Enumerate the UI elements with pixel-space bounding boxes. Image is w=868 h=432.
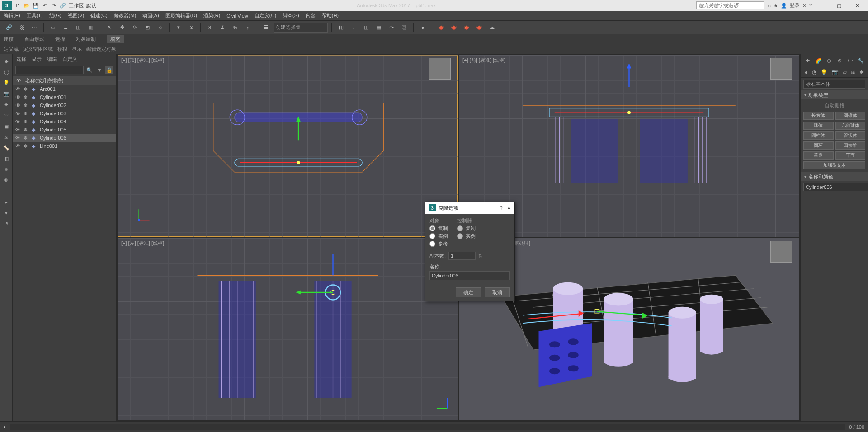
filter-cameras-icon[interactable]: 📷 bbox=[1, 89, 11, 99]
hierarchy-tab-icon[interactable]: ◵ bbox=[825, 56, 833, 65]
utilities-tab-icon[interactable]: 🔧 bbox=[857, 56, 865, 65]
visibility-icon[interactable]: 👁 bbox=[15, 94, 22, 100]
visibility-icon[interactable]: 👁 bbox=[15, 135, 22, 141]
name-color-rollout[interactable]: 名称和颜色 bbox=[801, 172, 868, 181]
menu-rendering[interactable]: 渲染(R) bbox=[203, 12, 220, 19]
select-link-icon[interactable]: 🔗 bbox=[4, 22, 14, 33]
curve-editor-icon[interactable]: 〜 bbox=[386, 22, 397, 33]
dialog-close-icon[interactable]: × bbox=[507, 204, 511, 211]
render-setup-icon[interactable]: 🫖 bbox=[436, 22, 447, 33]
time-slider[interactable]: ▸ 0 / 100 bbox=[0, 421, 868, 432]
scene-item[interactable]: 👁❄◆Arc001 bbox=[13, 85, 116, 93]
scene-lock-icon[interactable]: 🔒 bbox=[105, 66, 113, 74]
visibility-icon[interactable]: 👁 bbox=[15, 119, 22, 124]
freeze-icon[interactable]: ❄ bbox=[24, 86, 30, 92]
menu-views[interactable]: 视图(V) bbox=[68, 12, 85, 19]
scene-item[interactable]: 👁❄◆Cylinder006 bbox=[13, 134, 116, 142]
unlink-icon[interactable]: ⛓ bbox=[16, 22, 27, 33]
geometry-icon[interactable]: ● bbox=[805, 69, 808, 75]
menu-civil[interactable]: Civil View bbox=[226, 13, 248, 19]
primitive-button[interactable]: 长方体 bbox=[803, 112, 834, 120]
motion-tab-icon[interactable]: ⊚ bbox=[835, 56, 844, 65]
filter-frozen-icon[interactable]: ❄ bbox=[1, 164, 11, 174]
modify-tab-icon[interactable]: 🌈 bbox=[814, 56, 822, 65]
maximize-button[interactable]: ▢ bbox=[830, 3, 848, 9]
expand-all-icon[interactable]: ▸ bbox=[1, 197, 11, 207]
mirror-icon[interactable]: ▮▯ bbox=[335, 22, 346, 33]
scene-tab-edit[interactable]: 编辑 bbox=[47, 56, 57, 63]
systems-icon[interactable]: ✱ bbox=[859, 69, 864, 75]
primitive-button[interactable]: 球体 bbox=[803, 122, 834, 130]
freeze-icon[interactable]: ❄ bbox=[24, 143, 30, 149]
selection-set-dropdown[interactable]: 创建选择集 bbox=[274, 23, 328, 33]
new-icon[interactable]: 🗋 bbox=[14, 1, 22, 9]
primitive-button[interactable]: 圆锥体 bbox=[835, 112, 866, 120]
scene-tab-custom[interactable]: 自定义 bbox=[62, 56, 77, 63]
redo-icon[interactable]: ↷ bbox=[50, 1, 58, 9]
menu-graph[interactable]: 图形编辑器(D) bbox=[165, 12, 197, 19]
render-in-cloud-icon[interactable]: ☁ bbox=[486, 22, 497, 33]
window-crossing-icon[interactable]: ▥ bbox=[85, 22, 96, 33]
freeze-icon[interactable]: ❄ bbox=[24, 94, 30, 100]
rotate-icon[interactable]: ⟳ bbox=[129, 22, 140, 33]
filter-hidden-icon[interactable]: 👁 bbox=[1, 175, 11, 185]
menu-tools[interactable]: 工具(T) bbox=[27, 12, 43, 19]
ribbon-selection[interactable]: 选择 bbox=[55, 36, 65, 42]
toggle-ribbon-icon[interactable]: ▤ bbox=[373, 22, 384, 33]
menu-group[interactable]: 组(G) bbox=[49, 12, 61, 19]
placement-icon[interactable]: ⎋ bbox=[155, 22, 165, 33]
scene-item[interactable]: 👁❄◆Cylinder005 bbox=[13, 126, 116, 134]
copies-spinner[interactable] bbox=[448, 252, 476, 260]
manage-sets-icon[interactable]: ☰ bbox=[261, 22, 272, 33]
visibility-icon[interactable]: 👁 bbox=[15, 127, 22, 132]
clone-copy-radio[interactable]: 复制 bbox=[429, 225, 448, 232]
menu-help[interactable]: 帮助(H) bbox=[322, 12, 339, 19]
scene-search-input[interactable] bbox=[15, 66, 84, 74]
undo-icon[interactable]: ↶ bbox=[41, 1, 49, 9]
dialog-cancel-button[interactable]: 取消 bbox=[485, 287, 510, 297]
primitive-button[interactable]: 加强型文本 bbox=[803, 161, 865, 169]
info-center-icon[interactable]: ⌂ bbox=[768, 3, 771, 8]
bind-space-warp-icon[interactable]: 〰 bbox=[29, 22, 40, 33]
primitive-button[interactable]: 四棱锥 bbox=[835, 141, 866, 150]
minimize-button[interactable]: — bbox=[812, 3, 830, 8]
menu-modifiers[interactable]: 修改器(M) bbox=[114, 12, 137, 19]
scene-item[interactable]: 👁❄◆Cylinder003 bbox=[13, 109, 116, 117]
spacewarps-sub-icon[interactable]: ≋ bbox=[851, 69, 855, 75]
select-region-icon[interactable]: ◫ bbox=[73, 22, 84, 33]
ribbon-modeling[interactable]: 建模 bbox=[4, 36, 14, 42]
filter-bone-icon[interactable]: 🦴 bbox=[1, 143, 11, 153]
visibility-icon[interactable]: 👁 bbox=[15, 103, 22, 108]
render-icon[interactable]: 🫖 bbox=[461, 22, 472, 33]
workspace-label[interactable]: 工作区: 默认 bbox=[69, 2, 96, 9]
viewcube-icon[interactable] bbox=[770, 241, 792, 263]
render-prod-icon[interactable]: 🫖 bbox=[474, 22, 485, 33]
scale-icon[interactable]: ◩ bbox=[142, 22, 153, 33]
save-icon[interactable]: 💾 bbox=[32, 1, 40, 9]
ribbon-object-paint[interactable]: 对象绘制 bbox=[76, 36, 96, 42]
freeze-icon[interactable]: ❄ bbox=[24, 111, 30, 117]
scene-item[interactable]: 👁❄◆Cylinder001 bbox=[13, 93, 116, 101]
viewport-top[interactable]: [+] [顶] [标准] [线框] bbox=[118, 55, 458, 237]
subribbon-display[interactable]: 显示 bbox=[72, 46, 82, 52]
dialog-help-icon[interactable]: ? bbox=[500, 205, 503, 211]
select-by-name-icon[interactable]: ≣ bbox=[60, 22, 71, 33]
filter-lights-icon[interactable]: 💡 bbox=[1, 78, 11, 88]
layer-icon[interactable]: ◫ bbox=[361, 22, 372, 33]
menu-customize[interactable]: 自定义(U) bbox=[255, 12, 276, 19]
link-icon[interactable]: 🔗 bbox=[59, 1, 67, 9]
primitive-button[interactable]: 几何球体 bbox=[835, 122, 866, 130]
subribbon-idle[interactable]: 定义空闲区域 bbox=[23, 46, 53, 52]
scene-item[interactable]: 👁❄◆Cylinder002 bbox=[13, 101, 116, 109]
menu-content[interactable]: 内容 bbox=[306, 12, 316, 19]
clone-instance-radio[interactable]: 实例 bbox=[429, 233, 448, 239]
primitive-button[interactable]: 圆环 bbox=[803, 141, 834, 150]
filter-spacewarps-icon[interactable]: 〰 bbox=[1, 110, 11, 120]
menu-script[interactable]: 脚本(S) bbox=[283, 12, 299, 19]
clone-reference-radio[interactable]: 参考 bbox=[429, 240, 448, 247]
menu-animation[interactable]: 动画(A) bbox=[142, 12, 159, 19]
open-icon[interactable]: 📂 bbox=[23, 1, 31, 9]
login-label[interactable]: 登录 bbox=[790, 2, 800, 9]
select-icon[interactable]: ↖ bbox=[104, 22, 115, 33]
display-tab-icon[interactable]: 🖵 bbox=[846, 56, 854, 65]
